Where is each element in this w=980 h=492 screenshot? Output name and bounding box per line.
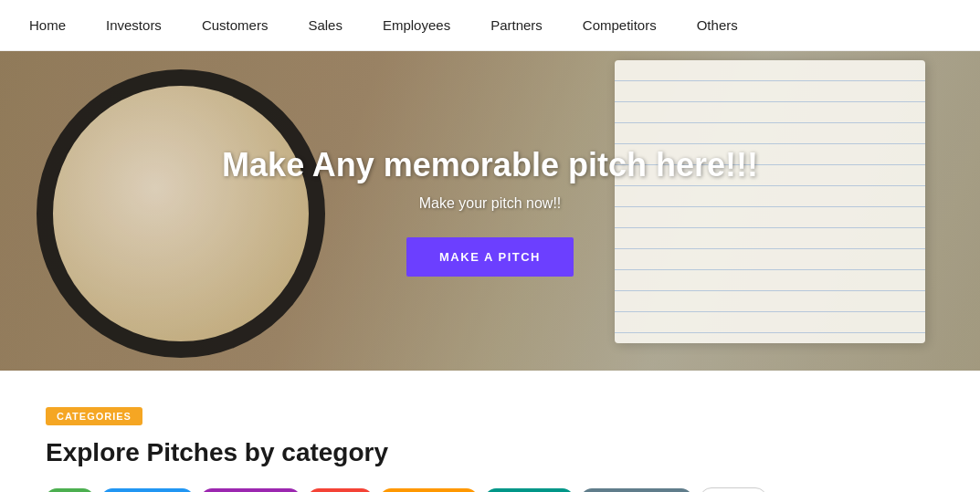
- hero-section: Make Any memorable pitch here!!! Make yo…: [0, 51, 980, 371]
- tag-partners[interactable]: PARTNERS: [485, 488, 574, 492]
- categories-title: Explore Pitches by category: [46, 438, 934, 467]
- hero-content: Make Any memorable pitch here!!! Make yo…: [222, 146, 758, 277]
- nav-item-employees[interactable]: Employees: [363, 0, 470, 50]
- tag-competitors[interactable]: COMPETITORS: [581, 488, 691, 492]
- nav-item-investors[interactable]: Investors: [86, 0, 182, 50]
- nav-item-partners[interactable]: Partners: [470, 0, 563, 50]
- tag-customers[interactable]: CUSTOMERS: [201, 488, 300, 492]
- tag-sales[interactable]: SALES: [308, 488, 373, 492]
- category-tags: ALLINVESTORSCUSTOMERSSALESEMPLOYEESPARTN…: [46, 487, 934, 492]
- nav-item-competitors[interactable]: Competitors: [563, 0, 677, 50]
- nav-item-home[interactable]: Home: [9, 0, 86, 50]
- hero-subtitle: Make your pitch now!!: [222, 195, 758, 212]
- tag-employees[interactable]: EMPLOYEES: [380, 488, 478, 492]
- tag-investors[interactable]: INVESTORS: [101, 488, 195, 492]
- tag-all[interactable]: ALL: [46, 488, 94, 492]
- categories-badge: CATEGORIES: [46, 407, 142, 425]
- nav-item-customers[interactable]: Customers: [182, 0, 289, 50]
- hero-title: Make Any memorable pitch here!!!: [222, 146, 758, 184]
- make-pitch-button[interactable]: MAKE A PITCH: [406, 237, 574, 277]
- tag-other[interactable]: OTHER: [700, 487, 768, 492]
- categories-section: CATEGORIES Explore Pitches by category A…: [0, 371, 980, 492]
- main-nav: HomeInvestorsCustomersSalesEmployeesPart…: [0, 0, 980, 51]
- nav-item-sales[interactable]: Sales: [288, 0, 363, 50]
- nav-item-others[interactable]: Others: [677, 0, 758, 50]
